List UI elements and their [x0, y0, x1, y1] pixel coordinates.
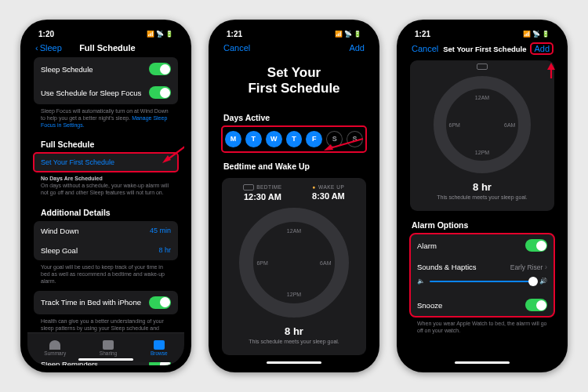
- toggle-on-icon[interactable]: [149, 296, 171, 309]
- duration: 8 hr: [228, 321, 360, 337]
- schedule-dial-card: 12AM 6AM 12PM 6PM 8 hr This schedule mee…: [410, 60, 554, 211]
- cancel-button[interactable]: Cancel: [223, 43, 250, 53]
- phone-3: 1:21 📶 📡 🔋 Cancel Set Your First Schedul…: [397, 20, 568, 372]
- sounds-value: Early Riser: [510, 263, 543, 271]
- speaker-high-icon: 🔊: [539, 278, 547, 285]
- sleep-goal-value: 8 hr: [158, 246, 171, 254]
- sleep-schedule-row[interactable]: Sleep Schedule: [34, 57, 178, 81]
- additional-details-header: Additional Details: [34, 203, 178, 221]
- day-wed[interactable]: W: [266, 131, 282, 147]
- sounds-label: Sounds & Haptics: [417, 263, 477, 271]
- slider-track[interactable]: [430, 281, 535, 282]
- day-thu[interactable]: T: [286, 131, 303, 147]
- clock: 1:20: [38, 30, 54, 38]
- status-icons: 📶 📡 🔋: [335, 30, 361, 38]
- clock: 1:21: [415, 30, 430, 38]
- use-focus-row[interactable]: Use Schedule for Sleep Focus: [34, 81, 178, 104]
- screen-3: 1:21 📶 📡 🔋 Cancel Set Your First Schedul…: [404, 27, 561, 365]
- home-indicator[interactable]: [455, 361, 510, 364]
- no-days-footer: No Days Are Scheduled On days without a …: [34, 172, 178, 202]
- day-sat[interactable]: S: [326, 131, 343, 147]
- dial-6pm: 6PM: [256, 260, 267, 265]
- nav-bar: Cancel Add: [216, 40, 372, 57]
- set-first-schedule-button[interactable]: Set Your First Schedule: [34, 153, 178, 172]
- status-icons: 📶 📡 🔋: [147, 30, 173, 38]
- bed-icon: [477, 64, 488, 70]
- schedule-dial-card: BEDTIME 12:30 AM ●WAKE UP 8:30 AM 12AM 6…: [222, 178, 366, 355]
- back-label: Sleep: [40, 43, 62, 53]
- wakeup-value: 8:30 AM: [312, 191, 345, 201]
- wind-down-label: Wind Down: [41, 227, 79, 235]
- duration: 8 hr: [416, 176, 548, 193]
- screen-2: 1:21 📶 📡 🔋 Cancel Add Set YourFirst Sche…: [216, 27, 372, 365]
- toggle-on-icon[interactable]: [149, 86, 171, 99]
- page-title: Full Schedule: [79, 43, 136, 53]
- status-bar: 1:20 📶 📡 🔋: [27, 27, 184, 40]
- focus-footer: Sleep Focus will automatically turn on a…: [34, 105, 178, 135]
- snooze-label: Snooze: [417, 301, 442, 310]
- three-phone-layout: 1:20 📶 📡 🔋 ‹ Sleep Full Schedule Sleep S…: [20, 20, 568, 372]
- tab-sharing[interactable]: Sharing: [100, 340, 117, 356]
- watch-footer: When you wear Apple Watch to bed, the al…: [410, 318, 554, 340]
- nav-bar: ‹ Sleep Full Schedule: [27, 40, 184, 57]
- volume-slider[interactable]: 🔈 🔊: [417, 276, 547, 286]
- status-bar: 1:21 📶 📡 🔋: [216, 27, 372, 40]
- track-time-row[interactable]: Track Time in Bed with iPhone: [34, 291, 178, 314]
- add-button[interactable]: Add: [349, 43, 365, 53]
- tab-browse[interactable]: Browse: [151, 340, 168, 356]
- day-sun[interactable]: S: [347, 131, 363, 147]
- speaker-low-icon: 🔈: [417, 278, 425, 285]
- sleep-dial[interactable]: 12AM 6AM 12PM 6PM: [239, 208, 349, 318]
- set-first-label: Set Your First Schedule: [41, 158, 114, 166]
- grid-icon: [154, 340, 165, 350]
- bedtime-value: 12:30 AM: [243, 192, 281, 201]
- back-button[interactable]: ‹ Sleep: [35, 43, 62, 53]
- snooze-row[interactable]: Snooze: [410, 293, 554, 317]
- page-title: Set Your First Schedule: [443, 45, 526, 53]
- duration-sub: This schedule meets your sleep goal.: [416, 193, 548, 205]
- wind-down-row[interactable]: Wind Down 45 min: [34, 221, 178, 241]
- bedtime-wakeup-header: Bedtime and Wake Up: [222, 152, 366, 175]
- track-label: Track Time in Bed with iPhone: [41, 298, 141, 307]
- bell-icon: ●: [313, 184, 316, 190]
- sleep-dial[interactable]: 12AM 6AM 12PM 6PM: [434, 76, 531, 173]
- wakeup-label: ●WAKE UP: [312, 184, 345, 190]
- sounds-row[interactable]: Sounds & Haptics Early Riser › 🔈 🔊: [410, 257, 554, 293]
- home-indicator[interactable]: [78, 358, 133, 361]
- toggle-on-icon[interactable]: [149, 63, 171, 75]
- screen-1: 1:20 📶 📡 🔋 ‹ Sleep Full Schedule Sleep S…: [27, 27, 184, 365]
- phone-2: 1:21 📶 📡 🔋 Cancel Add Set YourFirst Sche…: [209, 20, 379, 372]
- sleep-goal-label: Sleep Goal: [41, 246, 78, 255]
- alarm-row[interactable]: Alarm: [410, 234, 554, 257]
- add-button[interactable]: Add: [531, 43, 553, 54]
- full-schedule-header: Full Schedule: [34, 135, 178, 153]
- cancel-button[interactable]: Cancel: [412, 44, 438, 53]
- days-active-row: M T W T F S S: [222, 126, 366, 152]
- toggle-on-icon[interactable]: [525, 299, 547, 311]
- days-active-header: Days Active: [222, 108, 366, 126]
- toggle-on-icon[interactable]: [525, 239, 547, 252]
- day-fri[interactable]: F: [306, 131, 322, 147]
- dial-6pm: 6PM: [449, 122, 460, 128]
- tab-bar: Summary Sharing Browse: [27, 332, 184, 362]
- dial-6am: 6AM: [504, 122, 515, 128]
- alarm-label: Alarm: [417, 241, 437, 250]
- home-indicator[interactable]: [267, 361, 321, 364]
- wind-down-value: 45 min: [150, 227, 171, 234]
- bed-icon: [243, 184, 254, 191]
- alarm-options-header: Alarm Options: [410, 211, 554, 234]
- page-big-title: Set YourFirst Schedule: [222, 57, 366, 108]
- dial-12pm: 12PM: [287, 292, 301, 297]
- chevron-right-icon: ›: [545, 263, 547, 271]
- alarm-options-group: Alarm Sounds & Haptics Early Riser › 🔈 🔊: [410, 234, 554, 317]
- nav-bar: Cancel Set Your First Schedule Add: [404, 40, 561, 59]
- sleep-goal-row[interactable]: Sleep Goal 8 hr: [34, 241, 178, 260]
- day-tue[interactable]: T: [245, 131, 262, 147]
- status-bar: 1:21 📶 📡 🔋: [404, 27, 561, 40]
- tab-summary[interactable]: Summary: [44, 340, 66, 356]
- use-focus-label: Use Schedule for Sleep Focus: [41, 89, 141, 97]
- people-icon: [103, 340, 114, 350]
- goal-footer: Your goal will be used to keep track of …: [34, 261, 178, 291]
- duration-sub: This schedule meets your sleep goal.: [228, 337, 360, 349]
- day-mon[interactable]: M: [225, 131, 241, 147]
